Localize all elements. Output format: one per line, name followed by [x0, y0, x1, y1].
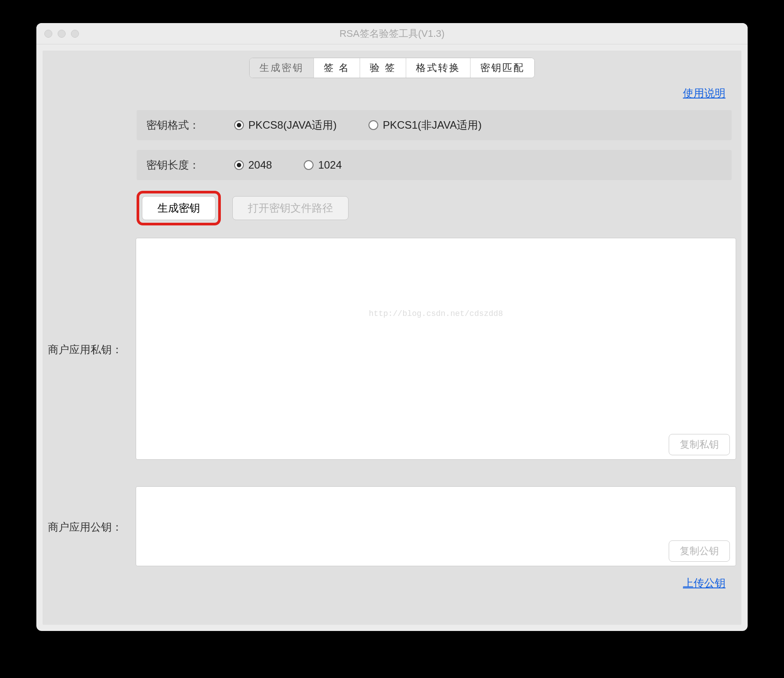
key-length-row: 密钥长度： 2048 1024 [137, 150, 732, 180]
tab-convert-format[interactable]: 格式转换 [406, 58, 470, 78]
copy-public-button[interactable]: 复制公钥 [669, 540, 730, 562]
generate-key-button[interactable]: 生成密钥 [142, 196, 216, 220]
tab-sign[interactable]: 签 名 [314, 58, 360, 78]
public-key-wrap: 复制公钥 [136, 486, 736, 568]
app-window: RSA签名验签工具(V1.3) 生成密钥 签 名 验 签 格式转换 密钥匹配 使… [36, 23, 748, 631]
highlight-box: 生成密钥 [137, 191, 221, 225]
radio-2048-label: 2048 [248, 159, 272, 171]
tab-generate-key[interactable]: 生成密钥 [250, 58, 314, 78]
radio-dot-icon [234, 120, 244, 130]
action-button-row: 生成密钥 打开密钥文件路径 [137, 191, 732, 225]
open-key-path-button[interactable]: 打开密钥文件路径 [232, 196, 349, 220]
public-key-block: 商户应用公钥： 复制公钥 [48, 486, 736, 568]
tab-verify[interactable]: 验 签 [360, 58, 406, 78]
private-key-block: 商户应用私钥： http://blog.csdn.net/cdszdd8 复制私… [48, 238, 736, 461]
tab-key-match[interactable]: 密钥匹配 [470, 58, 534, 78]
window-title: RSA签名验签工具(V1.3) [36, 27, 748, 40]
radio-pkcs1-label: PKCS1(非JAVA适用) [383, 118, 482, 132]
copy-private-button[interactable]: 复制私钥 [669, 434, 730, 455]
radio-dot-icon [368, 120, 378, 130]
radio-pkcs8-label: PKCS8(JAVA适用) [248, 118, 337, 132]
key-format-radios: PKCS8(JAVA适用) PKCS1(非JAVA适用) [234, 118, 722, 132]
radio-dot-icon [234, 160, 244, 170]
titlebar: RSA签名验签工具(V1.3) [36, 23, 748, 44]
public-key-textarea[interactable] [136, 486, 736, 566]
private-key-wrap: http://blog.csdn.net/cdszdd8 复制私钥 [136, 238, 736, 461]
private-key-textarea[interactable] [136, 238, 736, 460]
private-key-label: 商户应用私钥： [48, 343, 128, 357]
radio-pkcs1[interactable]: PKCS1(非JAVA适用) [368, 118, 482, 132]
key-length-radios: 2048 1024 [234, 159, 722, 171]
upload-link-row: 上传公钥 [48, 568, 736, 593]
content-area: 生成密钥 签 名 验 签 格式转换 密钥匹配 使用说明 密钥格式： PKCS8(… [43, 51, 741, 625]
key-format-row: 密钥格式： PKCS8(JAVA适用) PKCS1(非JAVA适用) [137, 110, 732, 140]
radio-pkcs8[interactable]: PKCS8(JAVA适用) [234, 118, 337, 132]
radio-1024-label: 1024 [318, 159, 341, 171]
generate-panel: 密钥格式： PKCS8(JAVA适用) PKCS1(非JAVA适用) 密钥长度： [132, 110, 736, 225]
help-link[interactable]: 使用说明 [683, 87, 725, 99]
public-key-label: 商户应用公钥： [48, 520, 128, 534]
radio-2048[interactable]: 2048 [234, 159, 272, 171]
tabbar: 生成密钥 签 名 验 签 格式转换 密钥匹配 [48, 58, 736, 78]
radio-dot-icon [304, 160, 314, 170]
key-length-label: 密钥长度： [146, 158, 213, 172]
tab-segment: 生成密钥 签 名 验 签 格式转换 密钥匹配 [249, 58, 535, 78]
radio-1024[interactable]: 1024 [304, 159, 341, 171]
key-format-label: 密钥格式： [146, 118, 213, 132]
help-link-row: 使用说明 [48, 78, 736, 100]
upload-public-key-link[interactable]: 上传公钥 [683, 577, 725, 589]
